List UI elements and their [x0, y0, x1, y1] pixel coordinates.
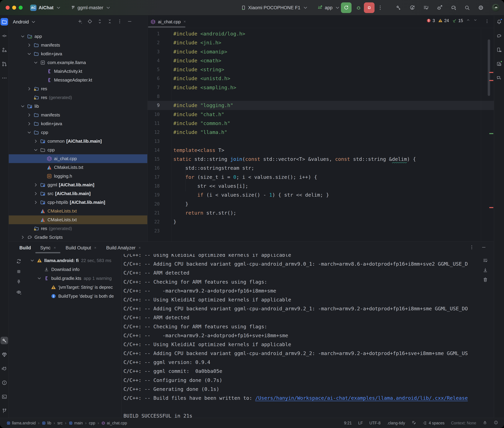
build-tab-build-output[interactable]: Build Output: [66, 245, 97, 251]
tabbar-scroll-thumb[interactable]: [148, 26, 185, 28]
caret-position[interactable]: 9:21: [344, 421, 352, 425]
code-line-19[interactable]: 19 if (i < values.size() - 1) { str << d…: [148, 190, 494, 199]
tree-item-gradle-scripts[interactable]: Gradle Scripts: [9, 233, 147, 241]
build-tab-build-analyzer[interactable]: Build Analyzer: [106, 245, 141, 251]
search-everywhere-button[interactable]: [464, 4, 470, 11]
code-line-8[interactable]: 8: [148, 92, 494, 101]
gemini-tool-button[interactable]: [495, 74, 503, 82]
soft-wrap-button[interactable]: [482, 257, 489, 264]
problems-tool-button[interactable]: [0, 379, 8, 386]
sync-button[interactable]: [15, 257, 22, 265]
inspections-widget[interactable]: 3 24 15: [426, 18, 478, 23]
scroll-to-end-button[interactable]: [482, 266, 489, 274]
logcat-tool-button[interactable]: [0, 365, 8, 372]
app-quality-insights-tool-button[interactable]: [0, 351, 8, 358]
project-tool-button[interactable]: [0, 18, 8, 25]
tree-item-ggml[interactable]: ggml[AiChat.lib.main]: [9, 181, 147, 189]
code-line-21[interactable]: 21 return str.str();: [148, 208, 494, 217]
breadcrumb-ai-chat-cpp[interactable]: ai_chat.cpp: [101, 421, 127, 425]
close-window-button[interactable]: [6, 6, 10, 10]
tree-item-src[interactable]: src[AiChat.lib.main]: [9, 189, 147, 198]
code-line-20[interactable]: 20 }: [148, 199, 494, 208]
apply-changes-button[interactable]: [409, 4, 416, 11]
file-encoding[interactable]: UTF-8: [369, 421, 381, 425]
code-line-14[interactable]: 14template<class T>: [148, 146, 494, 155]
terminal-tool-button[interactable]: [0, 393, 8, 400]
error-stripe-mark[interactable]: [489, 207, 493, 208]
build-and-run-button[interactable]: [395, 4, 402, 11]
gradle-tool-button[interactable]: [495, 32, 503, 40]
code-line-16[interactable]: 16 std::ostringstream str;: [148, 164, 494, 173]
code-line-7[interactable]: 7#include <sampling.h>: [148, 83, 494, 92]
run-config-selector[interactable]: app: [317, 0, 340, 16]
sync-tree-item[interactable]: 'jvmTarget: String' is deprec: [26, 283, 121, 292]
breadcrumb-lib[interactable]: lib: [42, 421, 51, 425]
tree-item-cmakelists-txt[interactable]: CMakeLists.txt: [9, 215, 147, 224]
console-file-link[interactable]: /Users/hanyin/Workspace/ai-chat/examples…: [255, 395, 468, 401]
tree-item-cpp-httplib[interactable]: cpp-httplib[AiChat.lib.main]: [9, 198, 147, 207]
tree-item-common[interactable]: common[AiChat.lib.main]: [9, 137, 147, 146]
branch-selector[interactable]: ggml-master: [71, 0, 111, 16]
device-selector[interactable]: Xiaomi POCOPHONE F1: [241, 0, 308, 16]
rerun-button[interactable]: [341, 2, 351, 13]
tree-item-cmakelists-txt[interactable]: CMakeLists.txt: [9, 207, 147, 215]
code-style-widget[interactable]: [411, 420, 416, 426]
breadcrumb-llama-android[interactable]: llama.android: [7, 421, 36, 425]
stop-filled-button[interactable]: [15, 268, 22, 275]
tree-item-logging-h[interactable]: logging.h: [9, 172, 147, 181]
error-stripe-mark[interactable]: [489, 72, 493, 73]
sync-tree-item[interactable]: BuildType 'debug' is both de: [26, 292, 121, 301]
project-view-selector[interactable]: Android: [13, 19, 29, 25]
tree-item-manifests[interactable]: manifests: [9, 41, 147, 49]
tab-close-button[interactable]: [53, 245, 56, 251]
pin-button[interactable]: [15, 278, 22, 286]
tab-close-button[interactable]: [183, 19, 186, 25]
project-selector[interactable]: AC AiChat: [30, 0, 61, 16]
editor-options-button[interactable]: [485, 19, 489, 25]
breadcrumb-src[interactable]: src: [57, 421, 63, 425]
warning-count[interactable]: 24: [438, 18, 449, 23]
tree-item-cpp[interactable]: cpp: [9, 128, 147, 137]
code-line-12[interactable]: 12#include "llama.h": [148, 128, 494, 137]
breadcrumb-main[interactable]: main: [69, 421, 83, 425]
run-more-button[interactable]: [376, 2, 384, 13]
power-save-widget[interactable]: [494, 420, 498, 426]
collapse-all-button[interactable]: [107, 19, 112, 25]
expand-all-button[interactable]: [97, 19, 102, 25]
code-line-2[interactable]: 2#include <jni.h>: [148, 38, 494, 47]
code-line-17[interactable]: 17 for (size_t i = 0; i < values.size();…: [148, 173, 494, 181]
code-line-10[interactable]: 10#include "chat.h": [148, 110, 494, 119]
sync-tree-item[interactable]: build.gradle.ktsapp 1 warning: [26, 274, 121, 283]
code-line-11[interactable]: 11#include "common.h": [148, 119, 494, 128]
structure-tool-button[interactable]: [0, 46, 8, 54]
tree-item-cpp[interactable]: cpp: [9, 146, 147, 154]
next-problem-button[interactable]: [473, 18, 478, 23]
device-manager-tool-button[interactable]: [495, 46, 503, 54]
code-line-13[interactable]: 13: [148, 137, 494, 146]
build-options-button[interactable]: [469, 245, 474, 251]
error-stripe-mark[interactable]: [489, 133, 493, 134]
tree-item-mainactivity-kt[interactable]: MainActivity.kt: [9, 67, 147, 76]
code-line-3[interactable]: 3#include <iomanip>: [148, 47, 494, 56]
tree-item-res[interactable]: res: [9, 84, 147, 93]
breadcrumb-cpp[interactable]: cpp: [89, 421, 95, 425]
sync-tree-item[interactable]: Download info: [26, 265, 121, 274]
notifications-tool-button[interactable]: [495, 18, 503, 25]
error-stripe-mark[interactable]: [489, 80, 493, 81]
options-button[interactable]: [117, 19, 122, 25]
code-line-15[interactable]: 15static std::string join(const std::vec…: [148, 155, 494, 164]
locate-button[interactable]: [87, 19, 93, 25]
tree-item-res[interactable]: res(generated): [9, 93, 147, 102]
code-area[interactable]: 1#include <android/log.h>2#include <jni.…: [148, 28, 494, 241]
line-separator[interactable]: LF: [358, 421, 363, 425]
sync-gradle-button[interactable]: [450, 4, 457, 11]
tree-item-cmakelists-txt[interactable]: CMakeLists.txt: [9, 163, 147, 172]
commit-tool-button[interactable]: [0, 32, 8, 40]
more-tool-button[interactable]: [0, 74, 8, 82]
code-line-1[interactable]: 1#include <android/log.h>: [148, 29, 494, 38]
code-line-5[interactable]: 5#include <string>: [148, 65, 494, 74]
tree-item-ai-chat-cpp[interactable]: ai_chat.cpp: [9, 154, 147, 163]
tree-item-app[interactable]: app: [9, 32, 147, 41]
tree-item-manifests[interactable]: manifests: [9, 111, 147, 119]
context-widget[interactable]: Context: None: [451, 421, 476, 425]
